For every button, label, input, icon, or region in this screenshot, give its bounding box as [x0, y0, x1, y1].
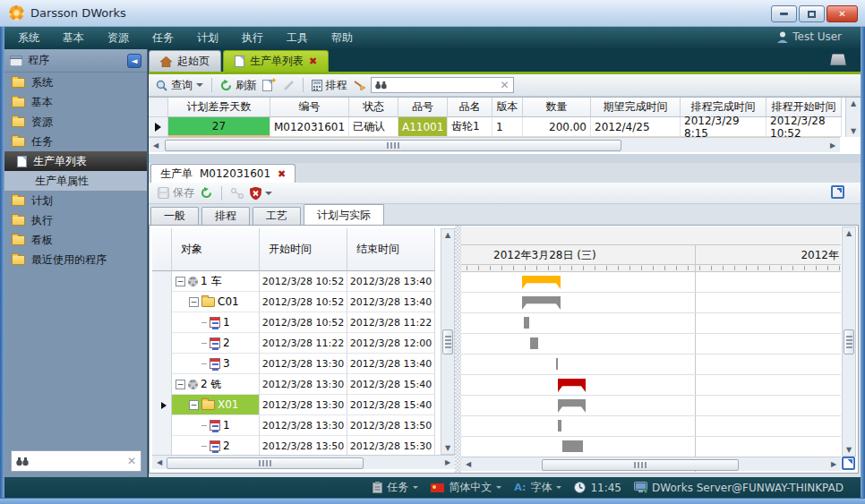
sidebar-item-recent-programs[interactable]: 最近使用的程序 — [4, 250, 147, 269]
menu-system[interactable]: 系统 — [18, 30, 39, 46]
menu-execute[interactable]: 执行 — [242, 30, 263, 46]
grid-hscrollbar[interactable]: ◀ ▶ — [149, 137, 840, 152]
scroll-right-icon[interactable]: ▶ — [826, 141, 840, 149]
gantt-bar-task[interactable] — [558, 420, 561, 431]
popout-icon[interactable] — [831, 185, 844, 199]
sidebar-collapse-button[interactable]: ◄ — [127, 54, 141, 68]
gantt-vscroll-thumb[interactable] — [844, 329, 854, 355]
tab-start-page[interactable]: 起始页 — [149, 50, 221, 72]
document-tab[interactable]: 生产单 M012031601 ✖ — [150, 164, 295, 183]
tab-close-icon[interactable]: ✖ — [309, 56, 317, 67]
cell-expected-end[interactable]: 2012/4/25 — [591, 117, 681, 137]
col-status[interactable]: 状态 — [349, 98, 398, 117]
menu-resource[interactable]: 资源 — [107, 30, 129, 46]
minimize-button[interactable] — [771, 5, 797, 22]
col-code[interactable]: 编号 — [270, 98, 349, 117]
tree-row[interactable]: −2 铣 2012/3/28 13:30 2012/3/28 15:40 — [152, 374, 455, 395]
col-end-time[interactable]: 结束时间 — [347, 228, 435, 271]
scroll-left-icon[interactable]: ◀ — [461, 460, 475, 468]
grid-data-row[interactable]: 27 M012031601 已确认 A11001 齿轮1 1 200.00 20… — [149, 117, 861, 137]
cell-item-no[interactable]: A11001 — [398, 117, 448, 137]
sidebar-item-plan[interactable]: 计划 — [4, 191, 147, 210]
collapse-icon[interactable]: − — [176, 380, 185, 389]
sidebar-item-production-order-props[interactable]: 生产单属性 — [4, 171, 147, 191]
tree-row[interactable]: 2 2012/3/28 13:50 2012/3/28 15:30 — [152, 436, 455, 457]
status-font-menu[interactable]: A: 字体 — [514, 480, 561, 495]
gantt-rows[interactable] — [461, 272, 841, 457]
col-version[interactable]: 版本 — [492, 98, 523, 117]
scroll-right-icon[interactable]: ▶ — [826, 460, 841, 468]
cancel-confirm-button[interactable] — [250, 187, 272, 200]
gantt-hscroll-thumb[interactable] — [542, 459, 739, 471]
refresh-button[interactable]: 刷新 — [220, 78, 257, 93]
tree-row[interactable]: −C01 2012/3/28 10:52 2012/3/28 13:40 — [152, 292, 455, 312]
detail-refresh-button[interactable] — [201, 187, 212, 199]
query-button[interactable]: 查询 — [156, 78, 203, 93]
clean-button[interactable] — [353, 80, 365, 91]
gantt-bar-task[interactable] — [562, 440, 583, 452]
sidebar-item-resource[interactable]: 资源 — [4, 112, 147, 132]
col-plan-diff-days[interactable]: 计划差异天数 — [168, 98, 270, 117]
menu-help[interactable]: 帮助 — [331, 30, 353, 46]
col-object[interactable]: 对象 — [172, 228, 260, 271]
scroll-down-icon[interactable]: ▼ — [846, 127, 861, 135]
cell-sched-start[interactable]: 2012/3/28 10:52 — [767, 117, 842, 137]
toolbar-search-input[interactable] — [390, 80, 497, 91]
tree-row[interactable]: −1 车 2012/3/28 10:52 2012/3/28 13:40 — [152, 271, 455, 292]
scroll-right-icon[interactable]: ▶ — [441, 458, 455, 466]
scroll-up-icon[interactable]: ▲ — [846, 99, 861, 107]
menu-plan[interactable]: 计划 — [197, 30, 218, 46]
tab-production-order-list[interactable]: 生产单列表 ✖ — [223, 50, 329, 72]
close-button[interactable]: ✕ — [826, 5, 858, 22]
tree-row-selected[interactable]: −X01 2012/3/28 13:30 2012/3/28 15:40 — [152, 395, 455, 415]
menu-tools[interactable]: 工具 — [287, 30, 308, 46]
scroll-up-icon[interactable]: ▲ — [842, 229, 856, 237]
cell-sched-end[interactable]: 2012/3/29 8:15 — [681, 117, 767, 137]
restore-button[interactable] — [799, 5, 825, 22]
status-task-menu[interactable]: 任务 — [373, 480, 418, 495]
cell-code[interactable]: M012031601 — [270, 117, 349, 137]
new-button[interactable]: ✦ — [262, 80, 278, 91]
menu-basic[interactable]: 基本 — [63, 30, 84, 46]
collapse-icon[interactable]: − — [176, 277, 185, 286]
horizontal-splitter[interactable] — [149, 154, 861, 163]
cell-plan-diff-days[interactable]: 27 — [168, 117, 270, 137]
cell-version[interactable]: 1 — [492, 117, 523, 137]
scroll-down-icon[interactable]: ▼ — [441, 444, 455, 452]
col-start-time[interactable]: 开始时间 — [260, 228, 347, 271]
tree-row[interactable]: 2 2012/3/28 11:22 2012/3/28 12:00 — [152, 333, 455, 354]
status-language-menu[interactable]: 简体中文 — [431, 480, 501, 495]
collapse-icon[interactable]: − — [189, 297, 199, 307]
scroll-up-icon[interactable]: ▲ — [441, 231, 455, 239]
cell-qty[interactable]: 200.00 — [523, 117, 591, 137]
tree-row[interactable]: 1 2012/3/28 10:52 2012/3/28 11:22 — [152, 312, 455, 333]
schedule-button[interactable]: 排程 — [312, 78, 347, 93]
sidebar-item-execute[interactable]: 执行 — [4, 210, 147, 230]
col-item-no[interactable]: 品号 — [398, 98, 448, 117]
tree-hscrollbar[interactable]: ◀ ▶ — [152, 455, 455, 469]
vertical-splitter[interactable] — [455, 226, 461, 473]
tab-schedule[interactable]: 排程 — [201, 207, 250, 225]
user-badge[interactable]: Test User — [777, 30, 842, 43]
scroll-left-icon[interactable]: ◀ — [152, 458, 167, 466]
save-button[interactable]: 保存 — [158, 185, 194, 201]
sidebar-item-system[interactable]: 系统 — [4, 73, 147, 92]
tab-plan-vs-actual[interactable]: 计划与实际 — [304, 204, 384, 225]
sidebar-item-kanban[interactable]: 看板 — [4, 230, 147, 250]
cell-item-name[interactable]: 齿轮1 — [448, 117, 492, 137]
tab-general[interactable]: 一般 — [150, 207, 199, 225]
tree-vscrollbar[interactable]: ▲▼ — [441, 228, 455, 455]
tree-row[interactable]: 1 2012/3/28 13:30 2012/3/28 13:50 — [152, 415, 455, 436]
gantt-bar-task[interactable] — [524, 317, 529, 329]
scroll-left-icon[interactable]: ◀ — [149, 141, 163, 149]
menu-task[interactable]: 任务 — [152, 30, 174, 46]
sidebar-item-task[interactable]: 任务 — [4, 132, 147, 151]
gantt-hscrollbar[interactable]: ◀ ▶ — [461, 457, 841, 471]
grid-hscroll-thumb[interactable] — [165, 140, 621, 151]
link-nodes-button[interactable] — [231, 188, 244, 199]
scroll-down-icon[interactable]: ▼ — [842, 446, 856, 454]
sidebar-search-clear-icon[interactable]: ✕ — [127, 455, 136, 467]
pin-panel-icon[interactable] — [830, 54, 846, 65]
sidebar-search-input[interactable] — [29, 455, 127, 467]
tree-row[interactable]: 3 2012/3/28 13:30 2012/3/28 13:40 — [152, 354, 455, 374]
